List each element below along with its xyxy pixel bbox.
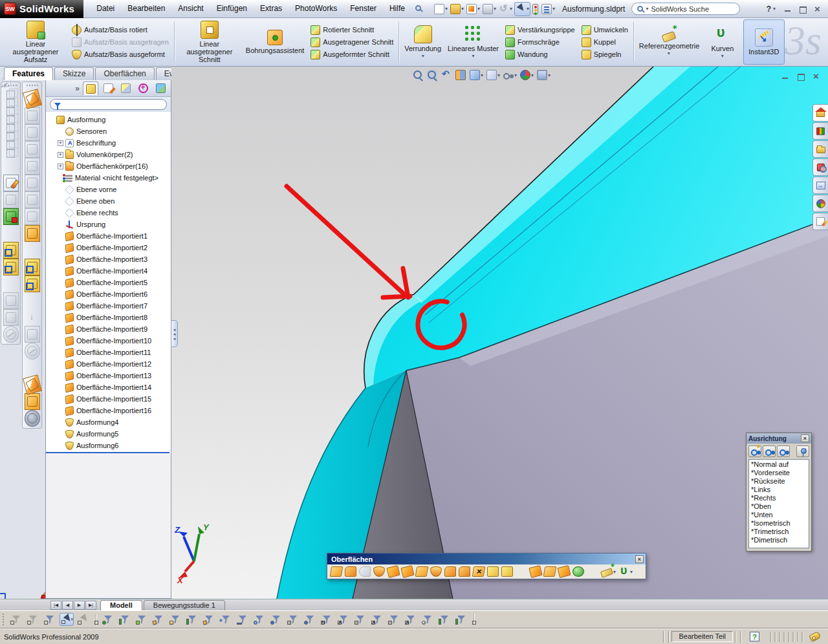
ribbon-small-button[interactable]: Umwickeln bbox=[580, 25, 630, 36]
dimxpertmanager-tab-icon[interactable] bbox=[135, 81, 151, 95]
tree-item[interactable]: Oberfläche-Importiert15 bbox=[49, 393, 171, 405]
filter-faces-icon[interactable] bbox=[135, 613, 149, 626]
sketch-icon[interactable] bbox=[3, 175, 19, 191]
tree-expander[interactable] bbox=[58, 292, 63, 297]
orientation-view-item[interactable]: *Vorderseite bbox=[751, 469, 809, 477]
thicken-icon[interactable] bbox=[572, 566, 585, 577]
filter-weld-symbols-icon[interactable] bbox=[353, 613, 367, 626]
selection-filter-icon[interactable] bbox=[93, 613, 98, 626]
zoom-area-icon[interactable] bbox=[426, 69, 439, 81]
extruded-boss-button[interactable]: Linear ausgetragener Aufsatz bbox=[3, 19, 69, 65]
filter-solid-bodies-icon[interactable] bbox=[168, 613, 182, 626]
orientation-view-item[interactable]: *Normal auf bbox=[751, 460, 809, 469]
update-standard-views-icon[interactable] bbox=[763, 445, 776, 457]
tree-item[interactable]: Ausformung6 bbox=[49, 440, 171, 451]
tree-item[interactable]: Oberfläche-Importiert12 bbox=[49, 358, 171, 370]
tree-item[interactable]: Ebene rechts bbox=[49, 207, 171, 219]
3d-sketch-icon[interactable] bbox=[3, 191, 19, 208]
tree-expander[interactable] bbox=[58, 338, 63, 344]
boss-surface-icon[interactable] bbox=[25, 124, 40, 141]
file-explorer-tab[interactable] bbox=[812, 140, 828, 158]
menu-search-icon[interactable] bbox=[415, 5, 424, 14]
filter-magnify-icon[interactable] bbox=[252, 613, 267, 626]
swept-surface-icon[interactable] bbox=[359, 566, 371, 577]
tree-item[interactable]: Oberfläche-Importiert4 bbox=[49, 265, 171, 277]
zoom-fit-icon[interactable] bbox=[412, 69, 424, 81]
model-3d-view[interactable]: Z Y X bbox=[171, 67, 828, 599]
tree-item[interactable]: Oberfläche-Importiert13 bbox=[49, 370, 171, 381]
minimize-button[interactable] bbox=[781, 3, 794, 14]
command-tab[interactable]: Features bbox=[4, 67, 53, 80]
standard-view-icon[interactable] bbox=[6, 149, 15, 158]
tree-expander[interactable] bbox=[58, 431, 63, 437]
select-other-icon[interactable] bbox=[76, 613, 91, 626]
menu-item[interactable]: Fenster bbox=[343, 0, 383, 17]
restore-button[interactable] bbox=[796, 3, 809, 14]
design-library-tab[interactable] bbox=[812, 122, 828, 140]
new-document-icon[interactable]: ▾ bbox=[433, 3, 448, 16]
tree-item[interactable]: Oberfläche-Importiert8 bbox=[49, 312, 171, 323]
filter-coordinate-systems-icon[interactable] bbox=[286, 613, 300, 626]
filter-datum-targets-icon[interactable] bbox=[370, 613, 384, 626]
ribbon-small-button[interactable]: Rotierter Schnitt bbox=[309, 25, 395, 36]
menu-item[interactable]: Einfügen bbox=[210, 0, 254, 17]
section-view-icon[interactable] bbox=[455, 69, 467, 81]
tool-icon[interactable] bbox=[3, 326, 19, 343]
flatten-icon[interactable] bbox=[23, 374, 42, 394]
tree-item[interactable]: Ebene oben bbox=[49, 195, 171, 207]
sweep-surface-icon[interactable] bbox=[25, 158, 40, 175]
filter-origins-icon[interactable] bbox=[269, 613, 283, 626]
close-button[interactable] bbox=[811, 3, 824, 14]
tree-expander[interactable]: + bbox=[58, 140, 63, 146]
ribbon-small-button[interactable]: Ausgetragener Schnitt bbox=[309, 37, 395, 48]
extruded-cut-button[interactable]: Linear ausgetragener Schnitt bbox=[177, 19, 243, 65]
tree-item[interactable]: Material <nicht festgelegt> bbox=[49, 172, 171, 184]
tree-item[interactable]: + Oberflächenkörper(16) bbox=[49, 160, 171, 172]
no-preview-icon[interactable] bbox=[25, 343, 40, 360]
offset-surface-icon[interactable] bbox=[416, 566, 428, 577]
displaymanager-tab-icon[interactable] bbox=[153, 81, 168, 95]
trim-surface-icon[interactable] bbox=[544, 566, 556, 577]
tree-expander[interactable] bbox=[58, 443, 63, 449]
route-icon[interactable] bbox=[3, 208, 19, 225]
tree-expander[interactable] bbox=[58, 210, 63, 216]
tree-item[interactable]: + Volumenkörper(2) bbox=[49, 149, 171, 160]
menu-item[interactable]: Datei bbox=[90, 0, 121, 17]
tree-splitter-handle[interactable]: ◂◂◂ bbox=[171, 320, 178, 347]
orientation-view-item[interactable]: *Links bbox=[751, 486, 809, 494]
tree-item[interactable]: Oberfläche-Importiert9 bbox=[49, 323, 171, 335]
knit-surface-icon[interactable] bbox=[444, 566, 457, 577]
ribbon-small-button[interactable]: Aufsatz/Basis rotiert bbox=[70, 25, 171, 36]
view-orientation-icon[interactable]: ▾ bbox=[469, 69, 484, 81]
wrap-icon[interactable] bbox=[25, 393, 40, 410]
rebuild-icon[interactable] bbox=[532, 3, 539, 16]
quick-tips-icon[interactable]: ? bbox=[750, 632, 759, 641]
toolbar-grip[interactable] bbox=[27, 85, 38, 88]
search-tab[interactable] bbox=[812, 158, 828, 176]
tree-item[interactable]: + Beschriftung bbox=[49, 137, 171, 149]
undo-icon[interactable]: ▾ bbox=[498, 3, 513, 16]
linear-pattern-button[interactable]: Lineares Muster ▾ bbox=[444, 19, 502, 65]
fillet-dropdown-icon[interactable]: ▾ bbox=[422, 53, 424, 59]
parting-surface-icon[interactable] bbox=[501, 566, 514, 577]
filter-vertices-icon[interactable] bbox=[101, 613, 115, 626]
new-view-icon[interactable] bbox=[748, 445, 761, 457]
filter-all-icon[interactable] bbox=[43, 613, 57, 626]
orientation-view-item[interactable]: *Dimetrisch bbox=[751, 536, 809, 544]
tree-expander[interactable] bbox=[58, 303, 63, 309]
planar-surface-icon[interactable] bbox=[402, 566, 414, 577]
tree-expander[interactable] bbox=[58, 350, 63, 356]
tree-expander[interactable] bbox=[58, 199, 63, 204]
tree-item[interactable]: Oberfläche-Importiert11 bbox=[49, 347, 171, 358]
surfaces-toolbar-title-bar[interactable]: Oberflächen × bbox=[327, 553, 646, 564]
tree-expander[interactable] bbox=[58, 315, 63, 321]
delete-face-icon[interactable] bbox=[473, 566, 485, 577]
reference-geometry-dropdown-icon[interactable]: ▾ bbox=[668, 50, 670, 56]
previous-view-icon[interactable] bbox=[441, 69, 453, 81]
filter-surface-bodies-icon[interactable] bbox=[151, 613, 166, 626]
orientation-view-item[interactable]: *Rückseite bbox=[751, 477, 809, 486]
tree-item[interactable]: Oberfläche-Importiert1 bbox=[49, 230, 171, 242]
orientation-close-icon[interactable]: × bbox=[801, 435, 809, 442]
display-style-icon[interactable]: ▾ bbox=[486, 69, 501, 81]
ruled-surface-icon[interactable] bbox=[459, 566, 471, 577]
